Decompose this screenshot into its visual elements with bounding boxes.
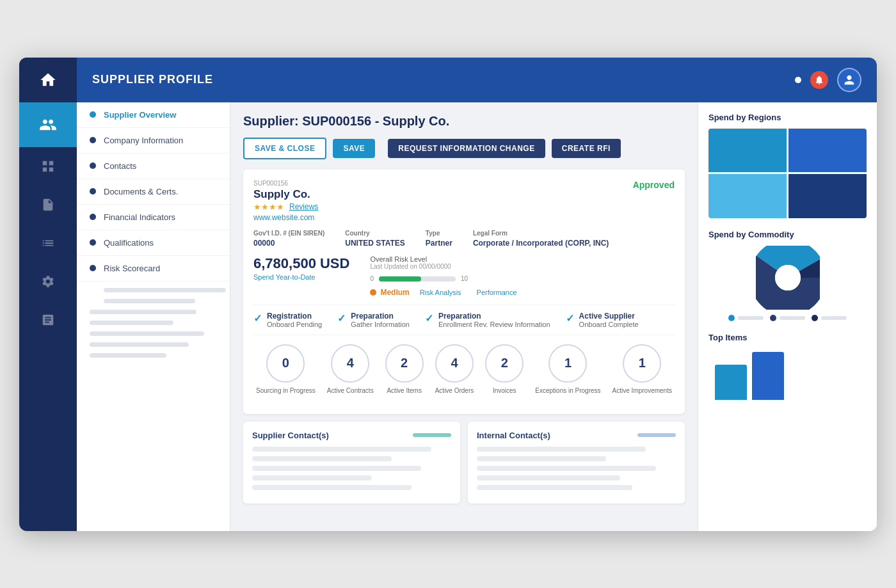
internal-contacts-bar: [637, 433, 676, 437]
sidebar-icon-6[interactable]: [19, 301, 77, 339]
main-content: SUPPLIER PROFILE: [77, 58, 877, 531]
request-change-button[interactable]: REQUEST INFORMATION CHANGE: [388, 139, 545, 158]
nav-skeleton-7: [90, 353, 166, 358]
top-bar: SUPPLIER PROFILE: [77, 58, 877, 102]
legend-dot-navy: [770, 315, 776, 321]
sidebar: [19, 58, 77, 531]
risk-min: 0: [370, 275, 374, 282]
metric-exceptions[interactable]: 1 Exceptions in Progress: [535, 344, 600, 395]
metric-contracts[interactable]: 4 Active Contracts: [327, 344, 374, 395]
nav-financial[interactable]: Financial Indicators: [77, 205, 230, 230]
save-button[interactable]: SAVE: [333, 139, 375, 158]
status-dot[interactable]: [795, 77, 801, 83]
nav-dot-4: [90, 214, 96, 220]
risk-badge: Medium: [370, 288, 409, 297]
risk-analysis-link[interactable]: Risk Analysis: [420, 289, 461, 296]
supplier-contacts-header: Supplier Contact(s): [252, 431, 451, 440]
bar-1: [715, 365, 747, 400]
metric-circle-2: 2: [385, 344, 424, 383]
step-2-info: Preparation Gather Information: [351, 312, 410, 328]
metric-label-5: Exceptions in Progress: [535, 386, 600, 395]
skel-3: [252, 466, 421, 471]
metric-sourcing[interactable]: 0 Sourcing in Progress: [256, 344, 316, 395]
treemap-cell-4: [788, 174, 867, 218]
chart-icon: [41, 236, 55, 250]
create-rfi-button[interactable]: CREATE RFI: [552, 139, 621, 158]
legend-dot-dark: [812, 315, 818, 321]
home-button[interactable]: [19, 58, 77, 102]
gov-id-value: 00000: [253, 239, 275, 248]
top-items-chart: [708, 349, 867, 400]
step-4: ✓ Active Supplier Onboard Complete: [566, 312, 639, 328]
settings-icon: [41, 274, 55, 289]
skel-6: [477, 447, 646, 452]
metric-orders[interactable]: 4 Active Orders: [435, 344, 474, 395]
skel-7: [477, 456, 606, 461]
type-col: Type Partner: [426, 230, 452, 248]
spend-year-label[interactable]: Spend Year-to-Date: [253, 273, 349, 281]
supplier-stars: ★★★★: [253, 202, 284, 212]
spend-regions-title: Spend by Regions: [708, 113, 867, 122]
sidebar-icon-4[interactable]: [19, 224, 77, 262]
metric-improvements[interactable]: 1 Active Improvements: [612, 344, 672, 395]
treemap-cell-3: [708, 174, 787, 218]
gov-id-col: Gov't I.D. # (EIN SIREN) 00000: [253, 230, 324, 248]
bar-2: [752, 352, 784, 400]
legend-item-2: [770, 315, 805, 321]
nav-contacts[interactable]: Contacts: [77, 154, 230, 179]
nav-company-info[interactable]: Company Information: [77, 128, 230, 154]
supplier-info-left: SUP000156 Supply Co. ★★★★ Reviews www.we…: [253, 180, 318, 222]
sidebar-icon-2[interactable]: [19, 147, 77, 186]
person-icon: [842, 73, 856, 87]
nav-supplier-overview[interactable]: Supplier Overview: [77, 102, 230, 128]
sidebar-icon-5[interactable]: [19, 262, 77, 301]
legal-form-col: Legal Form Corporate / Incorporated (COR…: [473, 230, 609, 248]
legend-bar-1: [738, 316, 764, 320]
metric-invoices[interactable]: 2 Invoices: [485, 344, 524, 395]
right-panel: Spend by Regions Spend by Commodity: [698, 102, 877, 531]
sidebar-suppliers-icon[interactable]: [19, 102, 77, 147]
risk-label: Overall Risk Level: [370, 255, 516, 263]
nav-dot-2: [90, 163, 96, 169]
metric-circle-0: 0: [266, 344, 305, 383]
user-avatar[interactable]: [837, 68, 861, 92]
sidebar-icon-3[interactable]: [19, 186, 77, 224]
grid-icon: [41, 159, 55, 173]
supplier-title: Supplier: SUP000156 - Supply Co.: [243, 114, 685, 129]
metric-items[interactable]: 2 Active Items: [385, 344, 424, 395]
metric-label-4: Invoices: [493, 386, 516, 395]
spend-risk-row: 6,780,500 USD Spend Year-to-Date Overall…: [253, 255, 675, 297]
risk-updated: Last Updated on 00/00/0000: [370, 263, 516, 270]
risk-fill: [379, 276, 421, 282]
skel-8: [477, 466, 656, 471]
steps-row: ✓ Registration Onboard Pending ✓ Prepara…: [253, 305, 675, 335]
risk-info: Overall Risk Level Last Updated on 00/00…: [370, 255, 516, 270]
metric-circle-4: 2: [485, 344, 524, 383]
country-col: Country UNITED STATES: [345, 230, 405, 248]
metric-circle-5: 1: [548, 344, 587, 383]
reviews-link[interactable]: Reviews: [289, 202, 318, 211]
skel-1: [252, 447, 431, 452]
type-value: Partner: [426, 239, 452, 248]
legend-item-1: [728, 315, 764, 321]
legal-form-value: Corporate / Incorporated (CORP, INC): [473, 239, 609, 248]
info-grid: Gov't I.D. # (EIN SIREN) 00000 Country U…: [253, 230, 675, 248]
nav-documents[interactable]: Documents & Certs.: [77, 179, 230, 205]
country-label: Country: [345, 230, 405, 237]
internal-contacts-card: Internal Contact(s): [468, 422, 685, 504]
nav-dot-5: [90, 239, 96, 246]
skel-10: [477, 485, 632, 490]
performance-link[interactable]: Performance: [477, 289, 517, 296]
metric-label-1: Active Contracts: [327, 386, 374, 395]
pie-legend: [728, 315, 847, 321]
status-badge: Approved: [633, 180, 675, 190]
nav-dot-active: [90, 111, 96, 118]
risk-dot-orange: [370, 289, 376, 296]
nav-qualifications[interactable]: Qualifications: [77, 230, 230, 256]
notification-button[interactable]: [810, 71, 828, 89]
website-link[interactable]: www.website.com: [253, 213, 318, 222]
nav-risk-scorecard[interactable]: Risk Scorecard: [77, 256, 230, 282]
type-label: Type: [426, 230, 452, 237]
risk-level: Medium: [380, 288, 409, 297]
save-close-button[interactable]: SAVE & CLOSE: [243, 138, 326, 159]
